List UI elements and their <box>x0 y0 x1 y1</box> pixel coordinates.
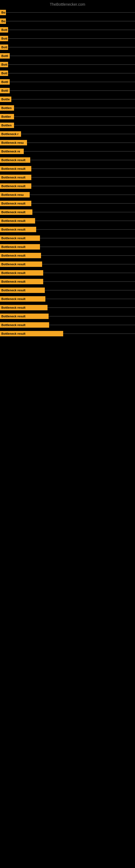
bottleneck-label: Bottleneck result <box>0 209 32 215</box>
bar-line <box>30 194 135 195</box>
result-row: Bottleneck result <box>0 225 135 234</box>
bottleneck-label: Bottler <box>0 114 14 119</box>
bar-line <box>6 12 135 13</box>
bottleneck-label: Bottleneck result <box>0 183 31 189</box>
bottleneck-label: Bott <box>0 62 8 67</box>
bar-line <box>40 247 135 247</box>
bar-line <box>24 151 135 152</box>
bar-line <box>45 290 135 290</box>
bottleneck-label: Bottleneck result <box>0 296 45 302</box>
result-row: Bottl <box>0 52 135 60</box>
bar-line <box>43 281 135 282</box>
bottleneck-label: Bottleneck result <box>0 201 31 206</box>
result-row: Bottlen <box>0 104 135 112</box>
result-row: Bottleneck result <box>0 269 135 277</box>
bar-line <box>45 299 135 299</box>
bottleneck-label: Bo <box>0 19 6 24</box>
result-row: Bottleneck result <box>0 234 135 243</box>
bar-line <box>14 108 135 108</box>
bar-line <box>11 99 135 99</box>
bar-line <box>21 134 135 134</box>
result-row: Bottleneck result <box>0 251 135 260</box>
result-row: Bottleneck resu <box>0 190 135 199</box>
bottleneck-label: Bottlen <box>0 123 14 128</box>
bottleneck-label: Bottleneck result <box>0 166 31 172</box>
result-row: Bo <box>0 17 135 26</box>
bar-line <box>63 333 135 334</box>
bar-line <box>10 56 135 56</box>
result-row: Bottleneck result <box>0 303 135 312</box>
bottleneck-label: Bottleneck result <box>0 227 36 232</box>
bottleneck-label: Bottl <box>0 88 10 93</box>
bar-line <box>6 21 135 22</box>
bar-line <box>8 73 135 73</box>
bottleneck-label: Bottleneck result <box>0 261 42 267</box>
result-row: Bottleneck result <box>0 208 135 216</box>
bar-line <box>32 212 135 212</box>
bottleneck-label: Bott <box>0 44 8 50</box>
result-row: Bo <box>0 8 135 17</box>
result-row: Bottleneck result <box>0 156 135 164</box>
result-row: Bott <box>0 60 135 69</box>
bar-line <box>43 273 135 273</box>
bottleneck-label: Bottleneck result <box>0 175 31 180</box>
bottleneck-label: Bott <box>0 70 8 76</box>
result-row: Bottleneck re <box>0 147 135 156</box>
bar-line <box>41 255 135 256</box>
result-row: Bottleneck result <box>0 294 135 303</box>
bottleneck-label: Bottleneck result <box>0 287 45 293</box>
result-row: Bottleneck result <box>0 216 135 225</box>
result-row: Bottleneck result <box>0 321 135 329</box>
bar-line <box>31 203 135 204</box>
bar-line <box>27 143 135 143</box>
result-row: Bott <box>0 69 135 78</box>
bottleneck-label: Bottl <box>0 79 10 85</box>
site-title: TheBottlenecker.com <box>0 0 135 8</box>
bottleneck-label: Bott <box>0 27 8 33</box>
bottleneck-label: Bottleneck result <box>0 314 49 319</box>
bottleneck-label: Bottleneck result <box>0 157 30 163</box>
bottleneck-label: Bottl <box>0 53 10 59</box>
bottleneck-label: Bottleneck result <box>0 253 41 258</box>
bottleneck-label: Bott <box>0 36 8 41</box>
result-row: Bottleneck result <box>0 277 135 286</box>
bottleneck-label: Bottleneck result <box>0 218 35 223</box>
result-row: Bottleneck r <box>0 130 135 138</box>
bottleneck-label: Bottleneck r <box>0 131 21 137</box>
bottleneck-label: Bottleneck result <box>0 270 43 276</box>
bar-line <box>14 125 135 126</box>
result-row: Bottleneck result <box>0 312 135 321</box>
bar-line <box>31 186 135 186</box>
result-row: Bottleneck result <box>0 329 135 338</box>
result-row: Bottleneck resu <box>0 138 135 147</box>
bar-line <box>31 177 135 178</box>
result-row: Bottlen <box>0 121 135 130</box>
bar-line <box>8 30 135 30</box>
main-container: TheBottlenecker.com BoBoBottBottBottBott… <box>0 0 135 338</box>
bar-line <box>31 168 135 169</box>
result-row: Bottleneck result <box>0 173 135 182</box>
result-row: Bottleneck result <box>0 260 135 269</box>
bar-line <box>8 64 135 65</box>
bar-line <box>35 220 135 221</box>
bar-line <box>10 82 135 82</box>
bottleneck-label: Bottlen <box>0 105 14 111</box>
bar-line <box>30 160 135 160</box>
result-row: Bottl <box>0 86 135 95</box>
bar-line <box>42 264 135 265</box>
result-row: Bottleneck result <box>0 243 135 251</box>
bottleneck-label: Bottleneck result <box>0 236 40 241</box>
bottleneck-label: Bottleneck result <box>0 322 49 328</box>
result-row: Bottleneck result <box>0 286 135 294</box>
result-row: Bottler <box>0 112 135 121</box>
bottleneck-label: Bo <box>0 10 6 15</box>
bar-line <box>49 316 135 316</box>
bar-line <box>10 90 135 91</box>
result-row: Bott <box>0 34 135 43</box>
bottleneck-label: Bottleneck resu <box>0 192 30 197</box>
bar-line <box>8 38 135 39</box>
result-row: Bott <box>0 26 135 34</box>
bar-line <box>48 307 135 308</box>
bar-line <box>36 229 135 230</box>
result-row: Bottleneck result <box>0 182 135 190</box>
